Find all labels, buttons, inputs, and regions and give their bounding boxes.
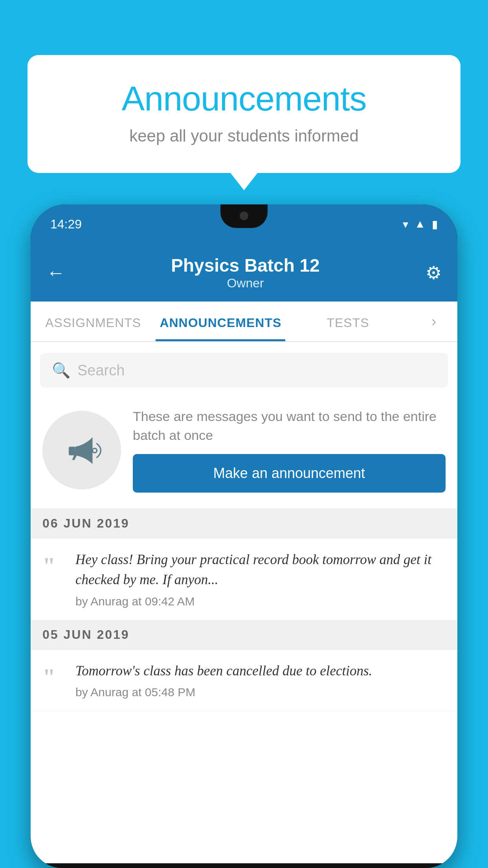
tab-more-icon[interactable]: › [411, 302, 457, 341]
back-button[interactable]: ← [46, 262, 65, 283]
make-announcement-button[interactable]: Make an announcement [133, 454, 446, 493]
announcement-icon-circle [42, 411, 121, 489]
status-icons: ▾ ▲ ▮ [403, 218, 438, 231]
empty-state-description: These are messages you want to send to t… [133, 407, 446, 445]
content-area: 🔍 Search These are messages you want to … [31, 342, 457, 863]
svg-point-1 [93, 448, 97, 452]
speech-bubble-title: Announcements [59, 79, 429, 119]
announcement-item-1[interactable]: " Hey class! Bring your practical record… [31, 538, 457, 620]
tabs-bar: ASSIGNMENTS ANNOUNCEMENTS TESTS › [31, 302, 457, 342]
signal-icon: ▲ [415, 218, 426, 230]
battery-icon: ▮ [432, 218, 438, 231]
svg-rect-0 [69, 447, 75, 455]
announcement-text-1: Hey class! Bring your practical record b… [75, 550, 446, 590]
empty-state-section: These are messages you want to send to t… [31, 395, 457, 509]
app-header: ← Physics Batch 12 Owner ⚙ [31, 244, 457, 302]
announcement-text-2: Tomorrow's class has been cancelled due … [75, 661, 372, 681]
tab-tests[interactable]: TESTS [285, 302, 410, 341]
header-center: Physics Batch 12 Owner [65, 255, 426, 291]
announcement-content-1: Hey class! Bring your practical record b… [75, 550, 446, 608]
search-bar[interactable]: 🔍 Search [40, 353, 448, 388]
announcement-meta-2: by Anurag at 05:48 PM [75, 686, 372, 699]
phone-frame: 14:29 ▾ ▲ ▮ ← Physics Batch 12 Owner ⚙ A… [31, 204, 457, 868]
search-placeholder: Search [77, 362, 125, 379]
status-time: 14:29 [50, 217, 82, 232]
quote-icon-2: " [42, 665, 66, 689]
speech-bubble-section: Announcements keep all your students inf… [28, 55, 460, 173]
announcement-content-2: Tomorrow's class has been cancelled due … [75, 661, 372, 699]
wifi-icon: ▾ [403, 218, 408, 231]
announcement-meta-1: by Anurag at 09:42 AM [75, 595, 446, 608]
megaphone-svg-icon [60, 428, 103, 472]
speech-bubble-subtitle: keep all your students informed [59, 127, 429, 145]
tab-assignments[interactable]: ASSIGNMENTS [31, 302, 156, 341]
phone-notch [220, 204, 268, 228]
batch-title: Physics Batch 12 [65, 255, 426, 276]
speech-bubble-card: Announcements keep all your students inf… [28, 55, 460, 173]
tab-announcements[interactable]: ANNOUNCEMENTS [156, 302, 285, 341]
batch-role: Owner [65, 276, 426, 291]
notch-camera [240, 211, 248, 220]
status-bar: 14:29 ▾ ▲ ▮ [31, 204, 457, 244]
quote-icon-1: " [42, 554, 66, 577]
announcement-item-2[interactable]: " Tomorrow's class has been cancelled du… [31, 649, 457, 712]
date-separator-1: 06 JUN 2019 [31, 509, 457, 538]
settings-icon[interactable]: ⚙ [426, 262, 442, 283]
search-icon: 🔍 [52, 362, 70, 379]
empty-state-right: These are messages you want to send to t… [133, 407, 446, 493]
date-separator-2: 05 JUN 2019 [31, 620, 457, 649]
